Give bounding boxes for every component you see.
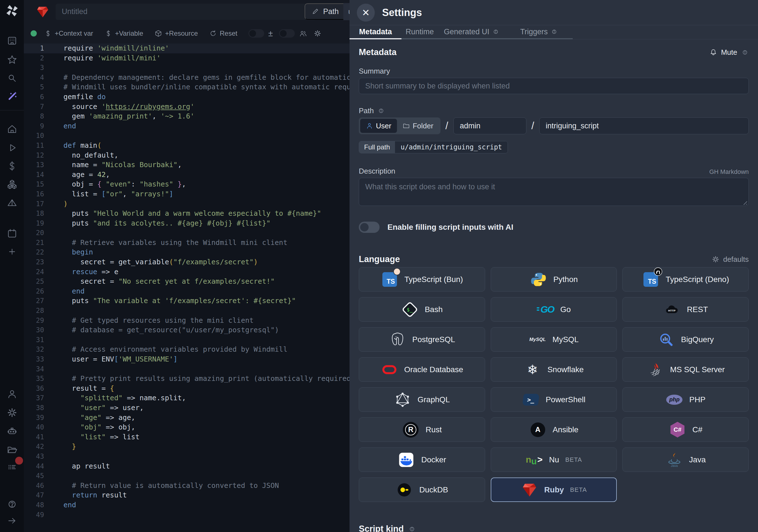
code-line[interactable]: 18 puts "Hello World and a warm welcome … <box>24 209 350 219</box>
people-icon[interactable] <box>299 29 307 38</box>
path-owner-input[interactable] <box>453 118 526 134</box>
code-line[interactable]: 4# Dependency management: declare gems i… <box>24 73 350 83</box>
user-icon[interactable] <box>6 388 18 401</box>
language-card-typescript-deno[interactable]: TSTypeScript (Deno) <box>622 267 749 292</box>
language-card-ruby[interactable]: RubyBETA <box>491 478 617 502</box>
language-card-duckdb[interactable]: DuckDB <box>359 478 485 502</box>
summary-input[interactable] <box>359 78 749 94</box>
code-line[interactable]: 11def main( <box>24 141 350 151</box>
gear-icon[interactable] <box>6 406 18 419</box>
code-line[interactable]: 37 "splitted" => name.split, <box>24 393 350 403</box>
code-line[interactable]: 33 user = ENV['WM_USERNAME'] <box>24 354 350 364</box>
code-line[interactable]: 6gemfile do <box>24 92 350 102</box>
language-card-oracle-database[interactable]: Oracle Database <box>359 357 485 382</box>
code-line[interactable]: 29 # Get typed resources using the mini … <box>24 316 350 326</box>
code-line[interactable]: 17) <box>24 199 350 209</box>
language-card-c[interactable]: C#C# <box>622 417 749 442</box>
language-card-postgresql[interactable]: PostgreSQL <box>359 327 485 352</box>
language-card-bigquery[interactable]: BigQuery <box>622 327 749 352</box>
code-line[interactable]: 3 <box>24 63 350 73</box>
code-line[interactable]: 22 begin <box>24 247 350 257</box>
code-line[interactable]: 9end <box>24 121 350 131</box>
code-line[interactable]: 15 obj = { "even": "hashes" }, <box>24 180 350 189</box>
list-icon[interactable] <box>6 461 18 474</box>
mute-button[interactable]: Mute <box>709 48 737 57</box>
dollar-icon[interactable] <box>6 160 18 172</box>
code-line[interactable]: 14 age = 42, <box>24 170 350 180</box>
code-line[interactable]: 31 <box>24 335 350 345</box>
home-icon[interactable] <box>6 123 18 136</box>
code-line[interactable]: 35 # Pretty print results using amazing_… <box>24 374 350 384</box>
language-defaults-button[interactable]: defaults <box>711 255 749 264</box>
code-line[interactable]: 20 <box>24 228 350 238</box>
code-line[interactable]: 49 <box>24 510 350 520</box>
language-card-go[interactable]: GOGo <box>491 297 617 322</box>
code-line[interactable]: 41 "list" => list <box>24 432 350 442</box>
language-card-python[interactable]: Python <box>491 267 617 292</box>
code-line[interactable]: 42 } <box>24 442 350 452</box>
language-card-graphql[interactable]: GraphQL <box>359 387 485 412</box>
folder-icon[interactable] <box>6 443 18 456</box>
owner-kind-folder-button[interactable]: Folder <box>397 119 439 133</box>
code-line[interactable]: 10 <box>24 131 350 141</box>
info-icon[interactable] <box>741 49 749 56</box>
code-editor[interactable]: 1require 'windmill/inline'2require 'wind… <box>24 44 350 532</box>
code-line[interactable]: 7 source 'https://rubygems.org' <box>24 102 350 112</box>
code-line[interactable]: 39 "age" => age, <box>24 413 350 423</box>
code-line[interactable]: 24 rescue => e <box>24 267 350 277</box>
code-line[interactable]: 25 secret = "No secret yet at f/examples… <box>24 277 350 287</box>
pyramid-icon[interactable] <box>6 196 18 210</box>
editor-settings-gear-icon[interactable] <box>313 29 322 38</box>
code-line[interactable]: 1require 'windmill/inline' <box>24 44 350 53</box>
add-resource-button[interactable]: +Resource <box>155 29 198 37</box>
robot-icon[interactable] <box>6 425 18 438</box>
plus-icon[interactable] <box>6 245 18 258</box>
code-line[interactable]: 40 "obj" => obj, <box>24 422 350 432</box>
path-name-input[interactable] <box>539 118 749 134</box>
tab-generated-ui[interactable]: Generated UI <box>438 25 505 39</box>
language-card-nu[interactable]: nu>NuBETA <box>491 447 617 472</box>
code-line[interactable]: 21 # Retrieve variables using the Windmi… <box>24 238 350 248</box>
code-line[interactable]: 32 # Access environment variables provid… <box>24 345 350 354</box>
language-card-bash[interactable]: $_Bash <box>359 297 485 322</box>
code-line[interactable]: 12 no_default, <box>24 151 350 160</box>
code-line[interactable]: 46 # Return value is automatically conve… <box>24 481 350 491</box>
tab-runtime[interactable]: Runtime <box>401 25 438 39</box>
language-card-ansible[interactable]: AAnsible <box>491 417 617 442</box>
calendar-icon[interactable] <box>6 227 18 240</box>
owner-kind-user-button[interactable]: User <box>360 119 397 133</box>
magic-wand-icon[interactable] <box>6 90 18 103</box>
language-card-typescript-bun[interactable]: TSTypeScript (Bun) <box>359 267 485 292</box>
tab-metadata[interactable]: Metadata <box>350 25 401 39</box>
help-icon[interactable] <box>6 498 18 511</box>
language-card-php[interactable]: phpPHP <box>622 387 749 412</box>
ai-inputs-toggle[interactable] <box>359 222 380 233</box>
language-card-ms-sql-server[interactable]: MS SQL Server <box>622 357 749 382</box>
language-card-java[interactable]: JavaJava <box>622 447 749 472</box>
code-line[interactable]: 45 <box>24 471 350 481</box>
arrow-right-icon[interactable] <box>6 514 18 527</box>
code-line[interactable]: 44 ap result <box>24 462 350 471</box>
diff-toggle[interactable] <box>249 29 264 38</box>
code-line[interactable]: 8 gem 'amazing_print', '~> 1.6' <box>24 112 350 121</box>
multiplayer-toggle[interactable] <box>279 29 295 38</box>
cubes-icon[interactable] <box>6 178 18 191</box>
windmill-logo-icon[interactable] <box>4 3 20 18</box>
code-line[interactable]: 47 return result <box>24 490 350 500</box>
code-line[interactable]: 2require 'windmill/mini' <box>24 53 350 63</box>
reset-button[interactable]: Reset <box>209 29 237 37</box>
code-line[interactable]: 28 <box>24 306 350 316</box>
code-line[interactable]: 19 puts "and its acolytes.. #{age} #{obj… <box>24 219 350 229</box>
language-card-docker[interactable]: Docker <box>359 447 485 472</box>
language-card-rest[interactable]: HTTPREST <box>622 297 749 322</box>
code-line[interactable]: 38 "user" => user, <box>24 403 350 413</box>
language-card-mysql[interactable]: MySQLMySQL <box>491 327 617 352</box>
code-line[interactable]: 26 end <box>24 287 350 296</box>
code-line[interactable]: 48end <box>24 500 350 510</box>
building-icon[interactable] <box>6 34 18 47</box>
play-icon[interactable] <box>6 141 18 154</box>
tab-triggers[interactable]: Triggers <box>505 25 573 39</box>
star-icon[interactable] <box>6 53 18 66</box>
code-line[interactable]: 27 puts "The variable at 'f/examples/sec… <box>24 296 350 306</box>
code-line[interactable]: 5# Windmill uses bundler/inline compatib… <box>24 82 350 92</box>
